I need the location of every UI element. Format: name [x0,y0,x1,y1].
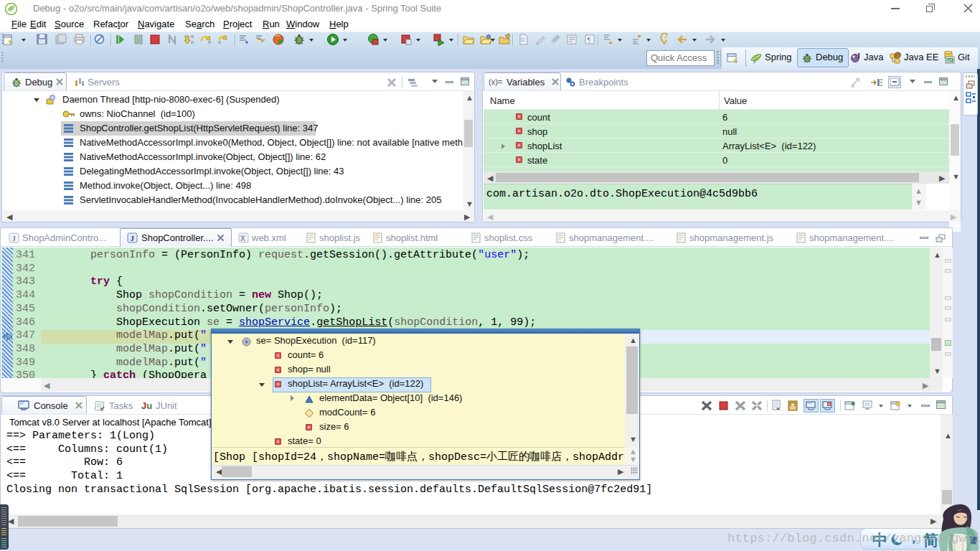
svg-text:J: J [12,234,17,242]
svg-text:X: X [240,235,245,242]
svg-text:J: J [131,234,135,242]
svg-text:GIT: GIT [947,59,953,62]
svg-text:¶: ¶ [588,36,591,44]
svg-text:J: J [857,52,860,60]
svg-text:C: C [521,37,525,43]
